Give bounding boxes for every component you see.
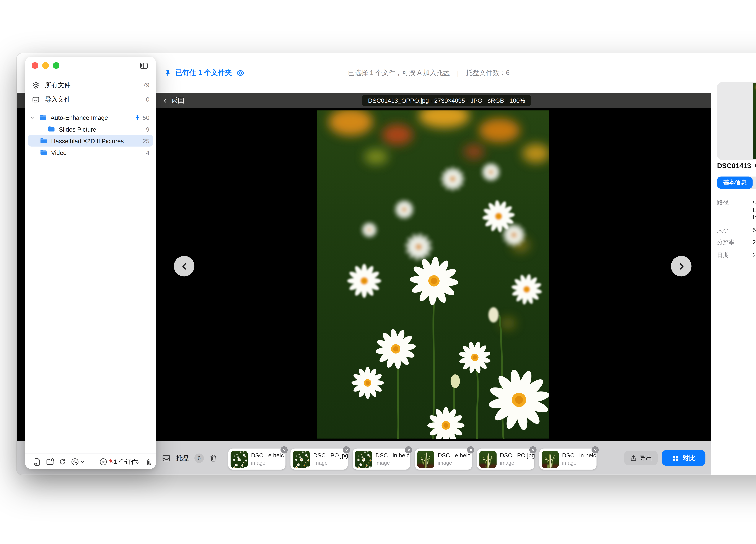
remove-from-tray-button[interactable] — [529, 446, 537, 453]
tray-item[interactable]: DSC...in.heic image — [539, 448, 596, 470]
sidebar-item-label: 导入文件 — [45, 95, 141, 104]
tray-item[interactable]: DSC...e.heic image — [415, 448, 472, 470]
selection-status-text: 已选择 1 个文件，可按 A 加入托盘 — [348, 68, 450, 78]
folder-plus-icon — [46, 457, 54, 466]
folder-icon — [39, 113, 47, 122]
delete-button[interactable] — [145, 457, 153, 466]
tray-item-type: image — [313, 460, 328, 466]
tray-item-type: image — [251, 460, 265, 466]
photo-main — [317, 111, 549, 438]
grid-icon — [672, 454, 679, 462]
tray-thumbnail-plant — [417, 450, 434, 468]
tray-item-name: DSC...e.heic — [438, 452, 471, 458]
sidebar-item-all-files[interactable]: 所有文件 79 — [25, 78, 156, 92]
close-icon — [531, 448, 535, 452]
file-info-fields: 路径 /Users/ronny/Downloads/Auto-Enhance I… — [717, 199, 756, 264]
compare-button[interactable]: 对比 — [662, 450, 705, 466]
tray-item-name: DSC...in.heic — [375, 452, 409, 458]
zoom-window-button[interactable] — [53, 62, 59, 69]
prev-image-button[interactable] — [174, 256, 194, 276]
folder-row-hasselblad[interactable]: Hasselblad X2D II Pictures 25 — [28, 135, 153, 147]
export-label: 导出 — [640, 454, 652, 462]
filter-button[interactable] — [99, 457, 108, 466]
tray-item-type: image — [500, 460, 514, 466]
sort-menu-chevron[interactable] — [80, 459, 85, 464]
tab-histogram[interactable]: 直方图 — [753, 177, 756, 189]
tray-item[interactable]: DSC...e.heic image — [228, 448, 285, 470]
minimize-window-button[interactable] — [42, 62, 49, 69]
tray-item-type: image — [562, 460, 577, 466]
back-button[interactable]: 返回 — [162, 93, 184, 108]
remove-from-tray-button[interactable] — [280, 446, 288, 453]
tray-item-name: DSC...in.heic — [562, 452, 596, 458]
folder-tree: Auto-Enhance Image 50 Slides Picture 9 H… — [25, 112, 156, 158]
remove-from-tray-button[interactable] — [343, 446, 350, 453]
field-label: 分辨率 — [717, 239, 753, 246]
refresh-button[interactable] — [58, 457, 67, 466]
folder-count: 4 — [146, 149, 150, 156]
tray-item[interactable]: DSC...PO.jpg image — [477, 448, 534, 470]
field-value: /Users/ronny/Downloads/Auto-Enhance Imag… — [753, 199, 756, 221]
sidebar-item-import-files[interactable]: 导入文件 0 — [25, 92, 156, 107]
file-name: DSC01413_OPPO.jpg — [717, 162, 756, 170]
folder-row-slides-picture[interactable]: Slides Picture 9 — [25, 123, 156, 135]
window-controls — [32, 62, 59, 69]
pinned-folder-indicator[interactable]: 已钉住 1 个文件夹 — [164, 53, 245, 93]
tray-trash-icon[interactable] — [209, 453, 218, 462]
tab-basic-info[interactable]: 基本信息 — [717, 177, 753, 189]
folder-name: Auto-Enhance Image — [51, 114, 134, 121]
add-folder-button[interactable] — [46, 457, 54, 466]
compare-label: 对比 — [682, 453, 696, 463]
field-size: 大小 5.43 MB — [717, 226, 756, 234]
tray-item[interactable]: DSC...PO.jpg image — [290, 448, 348, 470]
folder-count: 9 — [146, 126, 150, 132]
file-plus-icon — [33, 457, 42, 466]
chevron-right-icon — [677, 262, 686, 271]
folder-row-auto-enhance[interactable]: Auto-Enhance Image 50 — [25, 112, 156, 123]
selection-status: 已选择 1 个文件，可按 A 加入托盘 | 托盘文件数：6 — [348, 53, 510, 93]
close-icon — [282, 448, 286, 452]
tray-thumbnail-plant — [541, 450, 559, 468]
tray-item[interactable]: DSC...in.heic image — [353, 448, 410, 470]
up-down-chevrons-icon — [134, 458, 140, 465]
sidebar-item-count: 79 — [143, 82, 149, 88]
field-path: 路径 /Users/ronny/Downloads/Auto-Enhance I… — [717, 199, 756, 221]
close-window-button[interactable] — [32, 62, 38, 69]
folder-name: Hasselblad X2D II Pictures — [51, 137, 143, 144]
folder-name: Video — [51, 149, 146, 156]
remove-from-tray-button[interactable] — [467, 446, 474, 453]
close-icon — [593, 448, 597, 452]
chevron-down-icon[interactable] — [29, 115, 35, 120]
tray-thumbnail-daisy — [355, 450, 372, 468]
tray-inbox-icon — [162, 453, 171, 463]
tray-thumbnail-plant — [479, 450, 496, 468]
sort-button[interactable] — [71, 457, 80, 466]
library-sections: 所有文件 79 导入文件 0 — [25, 78, 156, 112]
sidebar-item-label: 所有文件 — [45, 81, 138, 89]
pinned-folder-label: 已钉住 1 个文件夹 — [176, 68, 232, 78]
tray-thumbnail-daisy — [230, 450, 248, 468]
pinned-sort-toggle[interactable] — [134, 458, 140, 465]
field-date: 日期 2023-05-15 — [717, 251, 756, 259]
screen: 已钉住 1 个文件夹 已选择 1 个文件，可按 A 加入托盘 | 托盘文件数：6… — [0, 0, 756, 544]
eye-icon[interactable] — [236, 68, 245, 78]
sort-circle-icon — [71, 457, 80, 466]
tray-thumbnail-daisy — [292, 450, 310, 468]
add-file-button[interactable] — [33, 457, 42, 466]
folder-count: 50 — [143, 114, 149, 121]
back-chevron-icon — [162, 98, 168, 104]
chevron-left-icon — [180, 262, 189, 271]
export-button[interactable]: 导出 — [624, 451, 658, 465]
field-label: 日期 — [717, 251, 753, 259]
tray-item-list: DSC...e.heic image DSC...PO.jpg image DS… — [228, 448, 597, 470]
tray-item-name: DSC...e.heic — [251, 452, 284, 458]
field-resolution: 分辨率 2730x4095 — [717, 239, 756, 246]
folder-row-video[interactable]: Video 4 — [25, 147, 156, 158]
toggle-sidebar-icon[interactable] — [138, 61, 149, 70]
filter-circle-icon — [99, 457, 108, 466]
remove-from-tray-button[interactable] — [405, 446, 412, 453]
remove-from-tray-button[interactable] — [591, 446, 599, 453]
tray-item-name: DSC...PO.jpg — [500, 452, 535, 458]
next-image-button[interactable] — [671, 256, 692, 276]
field-value: 2730x4095 — [753, 239, 756, 246]
